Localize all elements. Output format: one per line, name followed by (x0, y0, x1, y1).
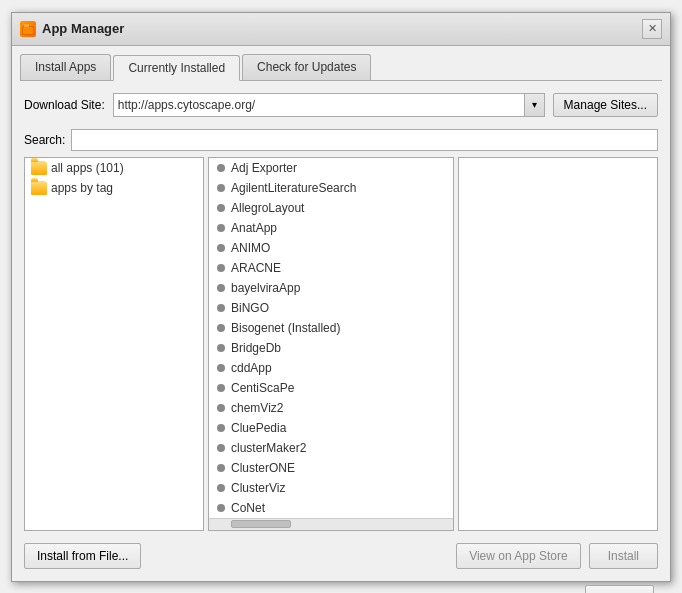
app-manager-dialog: App Manager ✕ Install Apps Currently Ins… (11, 12, 671, 582)
app-item-label: CentiScaPe (231, 381, 294, 395)
list-item[interactable]: BiNGO (209, 298, 453, 318)
app-item-label: ARACNE (231, 261, 281, 275)
search-label: Search: (24, 133, 65, 147)
list-item[interactable]: ClusterONE (209, 458, 453, 478)
install-from-file-button[interactable]: Install from File... (24, 543, 141, 569)
list-item[interactable]: ARACNE (209, 258, 453, 278)
folder-icon (31, 161, 47, 175)
close-row: Close (20, 581, 662, 594)
dropdown-arrow-icon[interactable]: ▾ (524, 94, 544, 116)
list-item[interactable]: Adj Exporter (209, 158, 453, 178)
list-item[interactable]: cddApp (209, 358, 453, 378)
horizontal-scrollbar[interactable] (209, 518, 453, 530)
svg-rect-1 (24, 24, 29, 27)
list-item[interactable]: AnatApp (209, 218, 453, 238)
folder-icon-tag (31, 181, 47, 195)
list-item[interactable]: CoNet (209, 498, 453, 518)
title-bar: App Manager ✕ (12, 13, 670, 46)
app-dot-icon (217, 264, 225, 272)
apps-panel[interactable]: Adj ExporterAgilentLiteratureSearchAlleg… (208, 157, 454, 531)
app-dot-icon (217, 344, 225, 352)
search-row: Search: (20, 129, 662, 151)
list-item[interactable]: chemViz2 (209, 398, 453, 418)
list-item[interactable]: CluePedia (209, 418, 453, 438)
list-item[interactable]: CentiScaPe (209, 378, 453, 398)
app-dot-icon (217, 504, 225, 512)
app-dot-icon (217, 324, 225, 332)
search-input[interactable] (71, 129, 658, 151)
app-item-label: AnatApp (231, 221, 277, 235)
download-site-label: Download Site: (24, 98, 105, 112)
download-site-row: Download Site: ▾ Manage Sites... (20, 87, 662, 123)
app-item-label: chemViz2 (231, 401, 283, 415)
bottom-buttons-row: Install from File... View on App Store I… (20, 537, 662, 575)
window-close-button[interactable]: ✕ (642, 19, 662, 39)
download-url-input[interactable] (114, 96, 524, 114)
app-item-label: ClusterONE (231, 461, 295, 475)
app-item-label: AllegroLayout (231, 201, 304, 215)
tab-install-apps[interactable]: Install Apps (20, 54, 111, 80)
app-dot-icon (217, 424, 225, 432)
app-dot-icon (217, 404, 225, 412)
list-item[interactable]: ClusterViz (209, 478, 453, 498)
app-dot-icon (217, 164, 225, 172)
list-item[interactable]: AllegroLayout (209, 198, 453, 218)
app-item-label: ClusterViz (231, 481, 285, 495)
download-url-field[interactable]: ▾ (113, 93, 545, 117)
app-item-label: cddApp (231, 361, 272, 375)
tab-check-updates[interactable]: Check for Updates (242, 54, 371, 80)
category-panel: all apps (101) apps by tag (24, 157, 204, 531)
detail-panel (458, 157, 658, 531)
app-dot-icon (217, 184, 225, 192)
app-item-label: Bisogenet (Installed) (231, 321, 340, 335)
list-item[interactable]: BridgeDb (209, 338, 453, 358)
list-item[interactable]: bayelviraApp (209, 278, 453, 298)
scroll-thumb[interactable] (231, 520, 291, 528)
view-on-app-store-button[interactable]: View on App Store (456, 543, 581, 569)
app-dot-icon (217, 464, 225, 472)
tab-currently-installed[interactable]: Currently Installed (113, 55, 240, 81)
app-icon (20, 21, 36, 37)
app-item-label: AgilentLiteratureSearch (231, 181, 356, 195)
list-item[interactable]: AgilentLiteratureSearch (209, 178, 453, 198)
app-dot-icon (217, 364, 225, 372)
app-item-label: CoNet (231, 501, 265, 515)
list-item[interactable]: ANIMO (209, 238, 453, 258)
app-item-label: CluePedia (231, 421, 286, 435)
close-button[interactable]: Close (585, 585, 654, 594)
app-item-label: clusterMaker2 (231, 441, 306, 455)
app-dot-icon (217, 444, 225, 452)
app-dot-icon (217, 224, 225, 232)
app-item-label: Adj Exporter (231, 161, 297, 175)
category-all-apps[interactable]: all apps (101) (25, 158, 203, 178)
app-dot-icon (217, 284, 225, 292)
app-item-label: bayelviraApp (231, 281, 300, 295)
tab-bar: Install Apps Currently Installed Check f… (20, 54, 662, 81)
category-all-apps-label: all apps (101) (51, 161, 124, 175)
app-item-label: ANIMO (231, 241, 270, 255)
svg-rect-2 (23, 27, 33, 34)
app-dot-icon (217, 484, 225, 492)
app-dot-icon (217, 244, 225, 252)
app-dot-icon (217, 384, 225, 392)
app-dot-icon (217, 304, 225, 312)
window-title: App Manager (42, 21, 124, 36)
list-item[interactable]: Bisogenet (Installed) (209, 318, 453, 338)
category-apps-by-tag[interactable]: apps by tag (25, 178, 203, 198)
install-button[interactable]: Install (589, 543, 658, 569)
category-apps-by-tag-label: apps by tag (51, 181, 113, 195)
app-item-label: BridgeDb (231, 341, 281, 355)
lists-area: all apps (101) apps by tag Adj ExporterA… (20, 157, 662, 531)
manage-sites-button[interactable]: Manage Sites... (553, 93, 658, 117)
title-bar-left: App Manager (20, 21, 124, 37)
app-item-label: BiNGO (231, 301, 269, 315)
list-item[interactable]: clusterMaker2 (209, 438, 453, 458)
dialog-content: Install Apps Currently Installed Check f… (12, 46, 670, 594)
app-dot-icon (217, 204, 225, 212)
